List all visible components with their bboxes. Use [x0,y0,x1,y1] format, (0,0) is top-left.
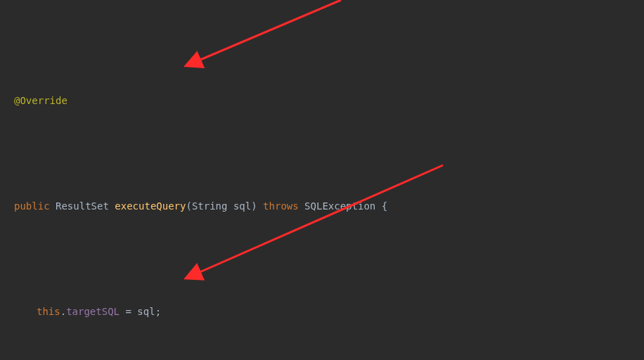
type-resultset: ResultSet [56,200,109,212]
annotation-override: @Override [14,95,67,106]
field-targetsql: targetSQL [66,306,120,317]
type-string: String [192,200,228,212]
type-sqlexception: SQLException [304,200,375,212]
keyword-public: public [14,200,50,212]
method-executequery: executeQuery [115,200,186,212]
param-sql: sql [233,200,251,212]
keyword-this: this [37,306,60,317]
code-editor[interactable]: @Override public ResultSet executeQuery(… [0,0,644,360]
code-line: public ResultSet executeQuery(String sql… [0,195,644,217]
code-line: @Override [0,90,644,111]
keyword-throws: throws [263,200,299,212]
code-line: this.targetSQL = sql; [0,301,644,322]
var-sql: sql [137,306,155,317]
